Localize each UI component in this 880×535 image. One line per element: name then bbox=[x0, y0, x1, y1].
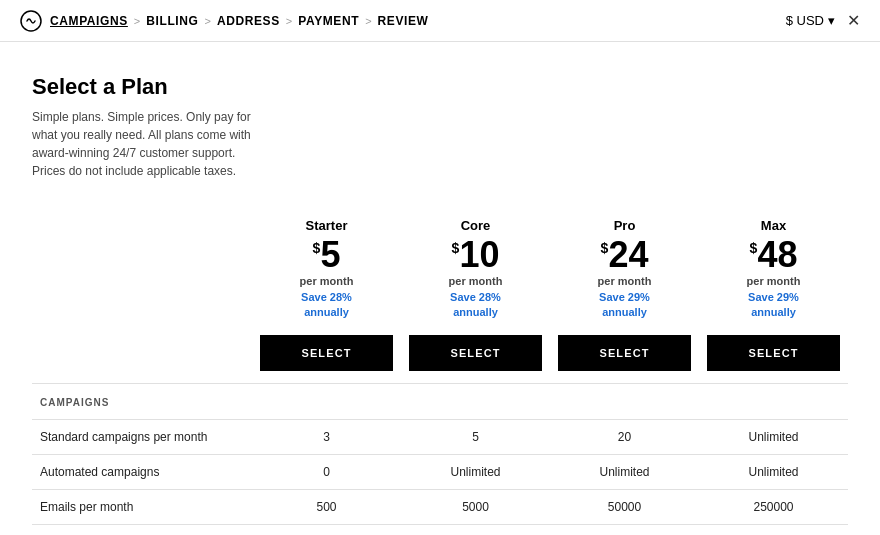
feature-col-header bbox=[32, 208, 252, 323]
row-standard-campaigns: Standard campaigns per month 3 5 20 Unli… bbox=[32, 420, 848, 455]
value-pro-emails: 50000 bbox=[550, 490, 699, 525]
select-cell-max: SELECT bbox=[699, 323, 848, 384]
plan-price-pro: $ 24 bbox=[558, 237, 691, 273]
value-max-emails: 250000 bbox=[699, 490, 848, 525]
section-features-header: FEATURES bbox=[32, 525, 848, 536]
feature-standard-campaigns: Standard campaigns per month bbox=[32, 420, 252, 455]
price-period-core: per month bbox=[409, 275, 542, 287]
breadcrumb-sep-4: > bbox=[365, 15, 371, 27]
breadcrumb-review[interactable]: REVIEW bbox=[378, 14, 429, 28]
breadcrumb-sep-1: > bbox=[134, 15, 140, 27]
logo-icon bbox=[20, 10, 42, 32]
select-cell-starter: SELECT bbox=[252, 323, 401, 384]
plan-price-starter: $ 5 bbox=[260, 237, 393, 273]
plan-header-core: Core $ 10 per month Save 28%annually bbox=[401, 208, 550, 323]
header-right: $ USD ▾ ✕ bbox=[786, 13, 860, 29]
value-pro-standard-campaigns: 20 bbox=[550, 420, 699, 455]
feature-emails-per-month: Emails per month bbox=[32, 490, 252, 525]
price-amount-pro: 24 bbox=[608, 237, 648, 273]
value-starter-automated-campaigns: 0 bbox=[252, 455, 401, 490]
select-button-core[interactable]: SELECT bbox=[409, 335, 542, 371]
row-emails-per-month: Emails per month 500 5000 50000 250000 bbox=[32, 490, 848, 525]
breadcrumb: CAMPAIGNS > BILLING > ADDRESS > PAYMENT … bbox=[50, 14, 429, 28]
breadcrumb-sep-3: > bbox=[286, 15, 292, 27]
save-link-pro[interactable]: Save 29%annually bbox=[599, 291, 650, 318]
value-max-automated-campaigns: Unlimited bbox=[699, 455, 848, 490]
save-link-starter[interactable]: Save 28%annually bbox=[301, 291, 352, 318]
price-amount-starter: 5 bbox=[320, 237, 340, 273]
breadcrumb-sep-2: > bbox=[205, 15, 211, 27]
plan-name-starter: Starter bbox=[260, 218, 393, 233]
value-core-standard-campaigns: 5 bbox=[401, 420, 550, 455]
currency-label: $ USD bbox=[786, 13, 824, 28]
price-dollar-starter: $ bbox=[313, 241, 321, 255]
price-dollar-pro: $ bbox=[601, 241, 609, 255]
plans-table: Starter $ 5 per month Save 28%annually C… bbox=[32, 208, 848, 535]
page-description: Simple plans. Simple prices. Only pay fo… bbox=[32, 108, 252, 180]
value-core-emails: 5000 bbox=[401, 490, 550, 525]
save-link-max[interactable]: Save 29%annually bbox=[748, 291, 799, 318]
price-period-max: per month bbox=[707, 275, 840, 287]
breadcrumb-payment[interactable]: PAYMENT bbox=[298, 14, 359, 28]
chevron-down-icon: ▾ bbox=[828, 13, 835, 28]
value-core-automated-campaigns: Unlimited bbox=[401, 455, 550, 490]
feature-automated-campaigns: Automated campaigns bbox=[32, 455, 252, 490]
value-starter-standard-campaigns: 3 bbox=[252, 420, 401, 455]
breadcrumb-campaigns[interactable]: CAMPAIGNS bbox=[50, 14, 128, 28]
save-link-core[interactable]: Save 28%annually bbox=[450, 291, 501, 318]
select-cell-pro: SELECT bbox=[550, 323, 699, 384]
price-amount-core: 10 bbox=[459, 237, 499, 273]
plan-header-pro: Pro $ 24 per month Save 29%annually bbox=[550, 208, 699, 323]
section-label-campaigns: CAMPAIGNS bbox=[40, 397, 109, 408]
plan-header-starter: Starter $ 5 per month Save 28%annually bbox=[252, 208, 401, 323]
value-starter-emails: 500 bbox=[252, 490, 401, 525]
section-campaigns-header: CAMPAIGNS bbox=[32, 384, 848, 420]
select-buttons-row: SELECT SELECT SELECT SELECT bbox=[32, 323, 848, 384]
main-content: Select a Plan Simple plans. Simple price… bbox=[0, 42, 880, 535]
select-cell-core: SELECT bbox=[401, 323, 550, 384]
price-period-starter: per month bbox=[260, 275, 393, 287]
price-dollar-core: $ bbox=[452, 241, 460, 255]
plan-price-core: $ 10 bbox=[409, 237, 542, 273]
price-period-pro: per month bbox=[558, 275, 691, 287]
value-max-standard-campaigns: Unlimited bbox=[699, 420, 848, 455]
plan-header-max: Max $ 48 per month Save 29%annually bbox=[699, 208, 848, 323]
price-amount-max: 48 bbox=[757, 237, 797, 273]
select-button-max[interactable]: SELECT bbox=[707, 335, 840, 371]
plan-price-max: $ 48 bbox=[707, 237, 840, 273]
header-left: CAMPAIGNS > BILLING > ADDRESS > PAYMENT … bbox=[20, 10, 429, 32]
currency-selector[interactable]: $ USD ▾ bbox=[786, 13, 835, 28]
close-button[interactable]: ✕ bbox=[847, 13, 860, 29]
row-automated-campaigns: Automated campaigns 0 Unlimited Unlimite… bbox=[32, 455, 848, 490]
breadcrumb-billing[interactable]: BILLING bbox=[146, 14, 198, 28]
plan-name-pro: Pro bbox=[558, 218, 691, 233]
select-button-pro[interactable]: SELECT bbox=[558, 335, 691, 371]
empty-cell-btn bbox=[32, 323, 252, 384]
header: CAMPAIGNS > BILLING > ADDRESS > PAYMENT … bbox=[0, 0, 880, 42]
price-dollar-max: $ bbox=[750, 241, 758, 255]
breadcrumb-address[interactable]: ADDRESS bbox=[217, 14, 280, 28]
select-button-starter[interactable]: SELECT bbox=[260, 335, 393, 371]
page-title: Select a Plan bbox=[32, 74, 848, 100]
plan-name-max: Max bbox=[707, 218, 840, 233]
plan-header-row: Starter $ 5 per month Save 28%annually C… bbox=[32, 208, 848, 323]
value-pro-automated-campaigns: Unlimited bbox=[550, 455, 699, 490]
plan-name-core: Core bbox=[409, 218, 542, 233]
